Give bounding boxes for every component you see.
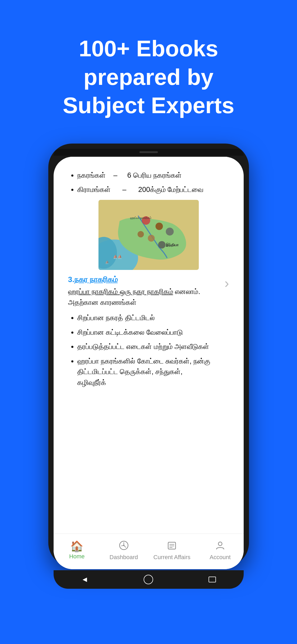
svg-point-5 bbox=[166, 228, 174, 236]
home-button[interactable] bbox=[144, 575, 153, 584]
phone-inner: நகரங்கள் – 6 பெரிய நகரங்கள் கிராமங்கள் –… bbox=[54, 157, 244, 569]
nav-item-home[interactable]: 🏠 Home bbox=[60, 541, 94, 560]
svg-text:ஹரப்பா நாகரிகம்: ஹரப்பா நாகரிகம் bbox=[130, 216, 152, 220]
svg-text:⛵: ⛵ bbox=[105, 260, 109, 264]
system-nav-bar: ◄ bbox=[54, 570, 244, 589]
svg-point-7 bbox=[158, 241, 166, 249]
recents-button[interactable] bbox=[209, 577, 216, 582]
back-button[interactable]: ◄ bbox=[81, 575, 88, 584]
phone-wrapper: நகரங்கள் – 6 பெரிய நகரங்கள் கிராமங்கள் –… bbox=[0, 133, 297, 567]
bottom-nav: 🏠 Home Dashboard bbox=[54, 533, 244, 569]
hero-section: 100+ Ebooks prepared by Subject Experts bbox=[0, 0, 297, 133]
section-subtitle: ஹரப்பா நாகரிகம் ஒரு நகர நாகரிகம் எனலாம்.… bbox=[68, 286, 213, 309]
hero-line2: prepared by bbox=[83, 64, 213, 90]
bullet-cities: நகரங்கள் – 6 பெரிய நகரங்கள் bbox=[77, 170, 229, 181]
home-icon: 🏠 bbox=[70, 541, 83, 551]
svg-text:⛵⛵: ⛵⛵ bbox=[113, 255, 122, 259]
svg-point-4 bbox=[155, 223, 163, 230]
nav-item-dashboard[interactable]: Dashboard bbox=[107, 540, 141, 561]
map-container: ஹரப்பா நாகரிகம் இந்தியா ⛵⛵ ⛵ bbox=[68, 200, 229, 270]
map-image: ஹரப்பா நாகரிகம் இந்தியா ⛵⛵ ⛵ bbox=[98, 200, 199, 270]
sub-bullet-2: சிறப்பான கட்டிடக்கலை வேலைப்பாடு bbox=[77, 327, 213, 338]
phone-outer: நகரங்கள் – 6 பெரிய நகரங்கள் கிராமங்கள் –… bbox=[48, 144, 249, 567]
svg-point-8 bbox=[138, 231, 144, 237]
hero-line3: Subject Experts bbox=[63, 93, 234, 118]
current-affairs-icon bbox=[167, 540, 177, 552]
status-bar bbox=[54, 157, 244, 167]
bullet-villages: கிராமங்கள் – 200க்கும் மேற்பட்டவை bbox=[77, 184, 229, 195]
home-label: Home bbox=[69, 553, 85, 560]
section-3-wrapper: › 3.நகர நாகரிகம் ஹரப்பா நாகரிகம் ஒரு நகர… bbox=[68, 275, 229, 388]
current-affairs-label: Current Affairs bbox=[153, 554, 190, 561]
subtitle-underline: ஹரப்பா நாகரிகம் ஒரு நகர நாகரிகம் bbox=[68, 288, 173, 296]
svg-text:இந்தியா: இந்தியா bbox=[166, 243, 179, 247]
nav-item-current-affairs[interactable]: Current Affairs bbox=[153, 540, 190, 561]
svg-point-19 bbox=[218, 542, 222, 546]
svg-point-14 bbox=[123, 545, 124, 546]
svg-point-6 bbox=[148, 235, 155, 242]
phone-content[interactable]: நகரங்கள் – 6 பெரிய நகரங்கள் கிராமங்கள் –… bbox=[54, 167, 244, 533]
sub-bullet-list: சிறப்பான நகரத் திட்டமிடல் சிறப்பான கட்டி… bbox=[68, 312, 213, 388]
section-heading: 3.நகர நாகரிகம் bbox=[68, 275, 213, 284]
nav-item-account[interactable]: Account bbox=[203, 540, 237, 561]
phone-top-bar bbox=[54, 149, 244, 156]
sub-bullet-3: தரப்படுத்தப்பட்ட எடைகள் மற்றும் அளவீடுகள… bbox=[77, 341, 213, 352]
sub-bullet-1: சிறப்பான நகரத் திட்டமிடல் bbox=[77, 312, 213, 323]
sub-bullet-4: ஹரப்பா நகரங்களில் கோட்டை சுவர்கள், நன்கு… bbox=[77, 356, 213, 388]
account-label: Account bbox=[210, 554, 231, 561]
dashboard-label: Dashboard bbox=[110, 554, 138, 561]
chevron-right-icon: › bbox=[224, 275, 229, 291]
account-icon bbox=[215, 540, 225, 552]
top-bullet-list: நகரங்கள் – 6 பெரிய நகரங்கள் கிராமங்கள் –… bbox=[68, 170, 229, 195]
section-title: நகர நாகரிகம் bbox=[74, 275, 118, 284]
hero-line1: 100+ Ebooks bbox=[79, 36, 218, 61]
dashboard-icon bbox=[119, 540, 129, 552]
